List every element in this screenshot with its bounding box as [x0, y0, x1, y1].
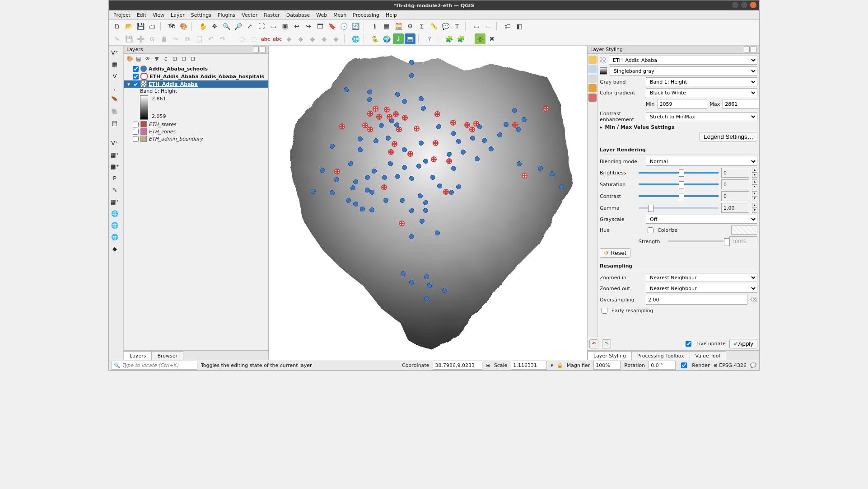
menu-processing[interactable]: Processing — [350, 11, 382, 19]
minmax-settings-toggle[interactable]: Min / Max Value Settings — [605, 124, 675, 130]
attribute-table-icon[interactable]: ▦ — [381, 21, 392, 32]
layer-row[interactable]: ETH_states — [124, 121, 268, 128]
grayscale-select[interactable]: Off — [646, 215, 757, 224]
tab-layer-styling[interactable]: Layer Styling — [588, 351, 632, 360]
adv-digitize5-icon[interactable]: ◆ — [331, 33, 341, 44]
digitize-2-icon[interactable]: ◌ — [248, 33, 259, 44]
deselect-icon[interactable]: ▱ — [483, 21, 494, 32]
tab-browser[interactable]: Browser — [151, 351, 183, 360]
spatialite-icon[interactable]: 🪶 — [110, 94, 120, 104]
layer-visibility-checkbox[interactable] — [133, 129, 139, 135]
map-canvas[interactable] — [269, 46, 587, 360]
select-features-icon[interactable]: ▭ — [471, 21, 482, 32]
edit-toggle-icon[interactable]: ✎ — [112, 33, 122, 44]
new-project-icon[interactable]: 🗋 — [112, 21, 122, 32]
menu-mesh[interactable]: Mesh — [331, 11, 349, 19]
filter-legend-icon[interactable]: ▼ — [153, 55, 161, 63]
menu-settings[interactable]: Settings — [188, 11, 214, 19]
zoom-full-icon[interactable]: ⛶ — [256, 21, 267, 32]
histogram-tab-icon[interactable] — [588, 75, 597, 83]
label-abc2-icon[interactable]: abc — [272, 33, 283, 44]
remove-layer-icon[interactable]: ⊟ — [189, 55, 197, 63]
expand-icon[interactable]: ▾ — [126, 81, 131, 87]
menu-plugins[interactable]: Plugins — [215, 11, 238, 19]
menu-vector[interactable]: Vector — [239, 11, 260, 19]
close-icon[interactable] — [750, 2, 756, 8]
digitize-1-icon[interactable]: ◌ — [237, 33, 247, 44]
panel-close-icon[interactable] — [260, 47, 266, 52]
field-calc-icon[interactable]: 🧮 — [393, 21, 404, 32]
plugin-2-icon[interactable]: ⬒ — [405, 33, 415, 44]
python-console-icon[interactable]: 🐍 — [369, 33, 380, 44]
menu-database[interactable]: Database — [284, 11, 313, 19]
adv-digitize4-icon[interactable]: ◆ — [319, 33, 330, 44]
cut-features-icon[interactable]: ✂ — [170, 33, 181, 44]
layer-visibility-checkbox[interactable] — [133, 66, 139, 72]
help-icon[interactable]: ? — [424, 33, 435, 44]
redo-style-icon[interactable]: ↷ — [602, 339, 611, 348]
filter-expression-icon[interactable]: ε — [162, 55, 170, 63]
live-update-checkbox[interactable] — [686, 341, 691, 347]
brightness-value[interactable]: 0 — [721, 168, 749, 178]
map-tips-icon[interactable]: 💬 — [440, 21, 451, 32]
contrast-down-icon[interactable]: ▾ — [752, 196, 757, 201]
symbology-tab-icon[interactable] — [588, 56, 597, 64]
expand-all-icon[interactable]: ⊞ — [171, 55, 179, 63]
collapse-all-icon[interactable]: ⊟ — [180, 55, 188, 63]
plugin-3-icon[interactable]: 🧩 — [443, 33, 454, 44]
rendering-tab-icon[interactable] — [588, 84, 597, 92]
brightness-slider[interactable] — [639, 172, 719, 174]
saturation-value[interactable]: 0 — [721, 179, 749, 189]
toolbox-icon[interactable]: ⚙ — [405, 21, 415, 32]
layers-tree[interactable]: Addis_Ababa_schoolsETH_Addis_Ababa Addis… — [124, 64, 268, 208]
zoom-out-icon[interactable]: 🔎 — [233, 21, 243, 32]
new-spatial-icon[interactable]: ▦⁺ — [110, 197, 120, 207]
undo-style-icon[interactable]: ↶ — [589, 339, 598, 348]
style-manager-icon[interactable]: 🎨 — [178, 21, 189, 32]
vector-layer-icon[interactable]: V⁺ — [110, 47, 120, 57]
menu-raster[interactable]: Raster — [261, 11, 282, 19]
apply-button[interactable]: ✔Apply — [729, 339, 757, 348]
adv-digitize2-icon[interactable]: ◆ — [295, 33, 306, 44]
plugin-6-icon[interactable]: ✖ — [486, 33, 497, 44]
styling-close-icon[interactable] — [751, 47, 756, 52]
gray-band-select[interactable]: Band 1: Height — [646, 77, 757, 86]
layer-row[interactable]: ETH_Addis_Ababa Addis_Ababa_hospitals — [124, 72, 268, 80]
layer-visibility-checkbox[interactable] — [133, 136, 139, 142]
layer-row[interactable]: ETH_zones — [124, 128, 268, 135]
plugin-5-icon[interactable]: ◎ — [475, 33, 485, 44]
adv-digitize-icon[interactable]: ◆ — [284, 33, 294, 44]
blending-mode-select[interactable]: Normal — [646, 157, 757, 166]
redo-icon[interactable]: ↷ — [217, 33, 228, 44]
save-project-icon[interactable]: 💾 — [135, 21, 146, 32]
tab-processing-toolbox[interactable]: Processing Toolbox — [631, 351, 690, 360]
styling-float-icon[interactable] — [744, 47, 750, 52]
layer-visibility-checkbox[interactable] — [133, 74, 139, 80]
history-tab-icon[interactable] — [588, 94, 597, 102]
new-memory-icon[interactable]: ▦⁺ — [110, 161, 120, 171]
tab-value-tool[interactable]: Value Tool — [690, 351, 726, 360]
panel-float-icon[interactable] — [253, 47, 259, 52]
new-bookmark-icon[interactable]: 🔖 — [327, 21, 337, 32]
undo-icon[interactable]: ↶ — [205, 33, 216, 44]
geonode-icon[interactable]: ◆ — [110, 244, 120, 254]
brightness-up-icon[interactable]: ▴ — [752, 168, 757, 173]
reset-button[interactable]: ↺ Reset — [600, 248, 630, 258]
zoom-last-icon[interactable]: ↩ — [291, 21, 302, 32]
rotation-input[interactable]: 0.0 ° — [649, 361, 676, 370]
layer-row[interactable]: ▾ETH_Addis_Ababa — [124, 80, 268, 88]
save-as-icon[interactable]: 🗃 — [147, 21, 158, 32]
extents-icon[interactable]: ⊞ — [486, 362, 490, 368]
zoomed-in-select[interactable]: Nearest Neighbour — [646, 273, 757, 282]
delete-selected-icon[interactable]: 🗑 — [159, 33, 169, 44]
zoomed-out-select[interactable]: Nearest Neighbour — [646, 284, 757, 293]
contrast-slider[interactable] — [639, 195, 719, 197]
gamma-value[interactable]: 1.00 — [721, 203, 749, 213]
layer-visibility-checkbox[interactable] — [133, 122, 139, 127]
refresh-icon[interactable]: 🔄 — [350, 21, 361, 32]
messages-icon[interactable]: 💬 — [750, 362, 756, 368]
plugin-1-icon[interactable]: ↓ — [393, 33, 404, 44]
coordinate-input[interactable]: 38.7986,9.0233 — [433, 361, 482, 370]
menu-layer[interactable]: Layer — [168, 11, 187, 19]
save-edits-icon[interactable]: 💾 — [123, 33, 134, 44]
